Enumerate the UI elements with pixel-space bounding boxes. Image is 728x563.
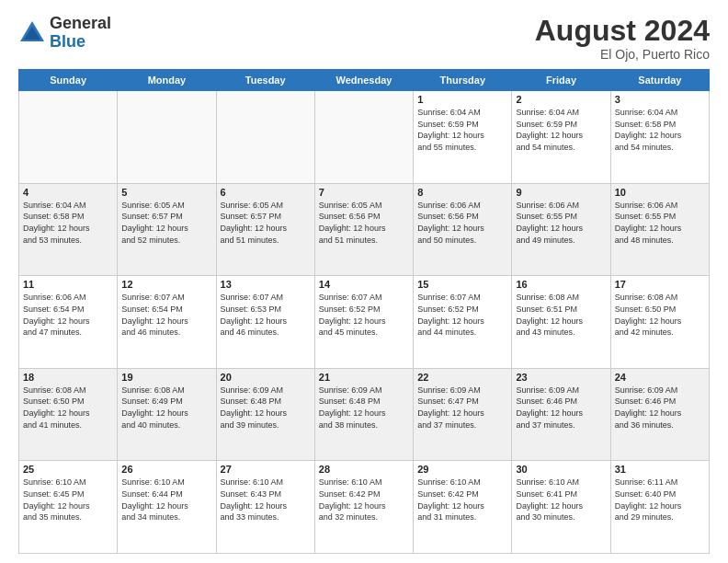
day-info: Sunrise: 6:04 AM Sunset: 6:59 PM Dayligh…: [417, 107, 507, 153]
calendar-cell: 17Sunrise: 6:08 AM Sunset: 6:50 PM Dayli…: [610, 276, 709, 369]
day-info: Sunrise: 6:09 AM Sunset: 6:47 PM Dayligh…: [417, 385, 507, 431]
day-info: Sunrise: 6:07 AM Sunset: 6:54 PM Dayligh…: [121, 292, 211, 338]
day-info: Sunrise: 6:07 AM Sunset: 6:53 PM Dayligh…: [221, 292, 311, 338]
logo-blue: Blue: [50, 33, 111, 52]
calendar-week-5: 25Sunrise: 6:10 AM Sunset: 6:45 PM Dayli…: [19, 461, 710, 554]
calendar-week-1: 1Sunrise: 6:04 AM Sunset: 6:59 PM Daylig…: [19, 91, 710, 184]
page: General Blue August 2024 El Ojo, Puerto …: [0, 0, 728, 563]
calendar-cell: 21Sunrise: 6:09 AM Sunset: 6:48 PM Dayli…: [314, 368, 413, 461]
logo-text: General Blue: [50, 15, 111, 52]
day-info: Sunrise: 6:08 AM Sunset: 6:49 PM Dayligh…: [121, 385, 211, 431]
day-info: Sunrise: 6:09 AM Sunset: 6:46 PM Dayligh…: [615, 385, 705, 431]
day-info: Sunrise: 6:08 AM Sunset: 6:50 PM Dayligh…: [615, 292, 705, 338]
day-number: 29: [417, 464, 507, 475]
day-info: Sunrise: 6:04 AM Sunset: 6:58 PM Dayligh…: [615, 107, 705, 153]
day-info: Sunrise: 6:09 AM Sunset: 6:46 PM Dayligh…: [516, 385, 606, 431]
calendar-cell: 9Sunrise: 6:06 AM Sunset: 6:55 PM Daylig…: [512, 183, 610, 276]
day-number: 26: [121, 464, 211, 475]
day-number: 19: [121, 372, 211, 383]
day-info: Sunrise: 6:06 AM Sunset: 6:56 PM Dayligh…: [417, 200, 507, 246]
day-info: Sunrise: 6:07 AM Sunset: 6:52 PM Dayligh…: [319, 292, 409, 338]
day-number: 14: [319, 279, 409, 290]
day-info: Sunrise: 6:11 AM Sunset: 6:40 PM Dayligh…: [615, 477, 705, 523]
day-info: Sunrise: 6:05 AM Sunset: 6:57 PM Dayligh…: [221, 200, 311, 246]
day-info: Sunrise: 6:08 AM Sunset: 6:50 PM Dayligh…: [23, 385, 113, 431]
day-info: Sunrise: 6:09 AM Sunset: 6:48 PM Dayligh…: [221, 385, 311, 431]
calendar-cell: 5Sunrise: 6:05 AM Sunset: 6:57 PM Daylig…: [118, 183, 216, 276]
calendar-cell: 11Sunrise: 6:06 AM Sunset: 6:54 PM Dayli…: [19, 276, 118, 369]
calendar-week-4: 18Sunrise: 6:08 AM Sunset: 6:50 PM Dayli…: [19, 368, 710, 461]
calendar-cell: [216, 91, 314, 184]
day-header-wednesday: Wednesday: [314, 70, 413, 91]
day-number: 11: [23, 279, 113, 290]
day-number: 18: [23, 372, 113, 383]
calendar-cell: 23Sunrise: 6:09 AM Sunset: 6:46 PM Dayli…: [512, 368, 610, 461]
day-number: 6: [221, 187, 311, 198]
day-number: 15: [417, 279, 507, 290]
calendar-cell: 3Sunrise: 6:04 AM Sunset: 6:58 PM Daylig…: [610, 91, 709, 184]
header: General Blue August 2024 El Ojo, Puerto …: [18, 15, 710, 62]
day-number: 21: [319, 372, 409, 383]
calendar-cell: 12Sunrise: 6:07 AM Sunset: 6:54 PM Dayli…: [118, 276, 216, 369]
day-number: 16: [516, 279, 606, 290]
day-header-saturday: Saturday: [610, 70, 709, 91]
day-info: Sunrise: 6:06 AM Sunset: 6:55 PM Dayligh…: [615, 200, 705, 246]
day-header-thursday: Thursday: [414, 70, 512, 91]
day-number: 8: [417, 187, 507, 198]
day-number: 3: [615, 94, 705, 105]
day-number: 4: [23, 187, 113, 198]
day-number: 28: [319, 464, 409, 475]
day-info: Sunrise: 6:10 AM Sunset: 6:43 PM Dayligh…: [221, 477, 311, 523]
day-info: Sunrise: 6:05 AM Sunset: 6:56 PM Dayligh…: [319, 200, 409, 246]
day-number: 23: [516, 372, 606, 383]
calendar-cell: 16Sunrise: 6:08 AM Sunset: 6:51 PM Dayli…: [512, 276, 610, 369]
day-number: 17: [615, 279, 705, 290]
day-number: 31: [615, 464, 705, 475]
calendar-cell: 15Sunrise: 6:07 AM Sunset: 6:52 PM Dayli…: [414, 276, 512, 369]
day-info: Sunrise: 6:06 AM Sunset: 6:54 PM Dayligh…: [23, 292, 113, 338]
day-info: Sunrise: 6:04 AM Sunset: 6:59 PM Dayligh…: [516, 107, 606, 153]
day-info: Sunrise: 6:10 AM Sunset: 6:45 PM Dayligh…: [23, 477, 113, 523]
day-number: 30: [516, 464, 606, 475]
calendar-cell: 7Sunrise: 6:05 AM Sunset: 6:56 PM Daylig…: [314, 183, 413, 276]
calendar-week-3: 11Sunrise: 6:06 AM Sunset: 6:54 PM Dayli…: [19, 276, 710, 369]
calendar-cell: 24Sunrise: 6:09 AM Sunset: 6:46 PM Dayli…: [610, 368, 709, 461]
logo-icon: [18, 19, 46, 47]
day-number: 12: [121, 279, 211, 290]
calendar-header-row: SundayMondayTuesdayWednesdayThursdayFrid…: [19, 70, 710, 91]
calendar-cell: 26Sunrise: 6:10 AM Sunset: 6:44 PM Dayli…: [118, 461, 216, 554]
day-number: 1: [417, 94, 507, 105]
day-number: 20: [221, 372, 311, 383]
logo-general: General: [50, 15, 111, 33]
calendar-cell: [19, 91, 118, 184]
calendar-cell: 13Sunrise: 6:07 AM Sunset: 6:53 PM Dayli…: [216, 276, 314, 369]
calendar-cell: 4Sunrise: 6:04 AM Sunset: 6:58 PM Daylig…: [19, 183, 118, 276]
logo: General Blue: [18, 15, 111, 52]
day-number: 2: [516, 94, 606, 105]
day-header-friday: Friday: [512, 70, 610, 91]
day-number: 13: [221, 279, 311, 290]
day-info: Sunrise: 6:10 AM Sunset: 6:42 PM Dayligh…: [319, 477, 409, 523]
calendar-table: SundayMondayTuesdayWednesdayThursdayFrid…: [18, 69, 710, 554]
calendar-cell: 14Sunrise: 6:07 AM Sunset: 6:52 PM Dayli…: [314, 276, 413, 369]
calendar-cell: 29Sunrise: 6:10 AM Sunset: 6:42 PM Dayli…: [414, 461, 512, 554]
calendar-cell: [118, 91, 216, 184]
calendar-cell: 1Sunrise: 6:04 AM Sunset: 6:59 PM Daylig…: [414, 91, 512, 184]
day-info: Sunrise: 6:10 AM Sunset: 6:42 PM Dayligh…: [417, 477, 507, 523]
calendar-cell: 8Sunrise: 6:06 AM Sunset: 6:56 PM Daylig…: [414, 183, 512, 276]
day-info: Sunrise: 6:04 AM Sunset: 6:58 PM Dayligh…: [23, 200, 113, 246]
day-header-tuesday: Tuesday: [216, 70, 314, 91]
day-info: Sunrise: 6:09 AM Sunset: 6:48 PM Dayligh…: [319, 385, 409, 431]
day-number: 9: [516, 187, 606, 198]
calendar-cell: 20Sunrise: 6:09 AM Sunset: 6:48 PM Dayli…: [216, 368, 314, 461]
day-info: Sunrise: 6:07 AM Sunset: 6:52 PM Dayligh…: [417, 292, 507, 338]
day-info: Sunrise: 6:10 AM Sunset: 6:44 PM Dayligh…: [121, 477, 211, 523]
calendar-cell: 2Sunrise: 6:04 AM Sunset: 6:59 PM Daylig…: [512, 91, 610, 184]
day-number: 25: [23, 464, 113, 475]
calendar-cell: 25Sunrise: 6:10 AM Sunset: 6:45 PM Dayli…: [19, 461, 118, 554]
day-number: 22: [417, 372, 507, 383]
calendar-cell: 10Sunrise: 6:06 AM Sunset: 6:55 PM Dayli…: [610, 183, 709, 276]
day-number: 5: [121, 187, 211, 198]
calendar-cell: 31Sunrise: 6:11 AM Sunset: 6:40 PM Dayli…: [610, 461, 709, 554]
calendar-cell: 28Sunrise: 6:10 AM Sunset: 6:42 PM Dayli…: [314, 461, 413, 554]
